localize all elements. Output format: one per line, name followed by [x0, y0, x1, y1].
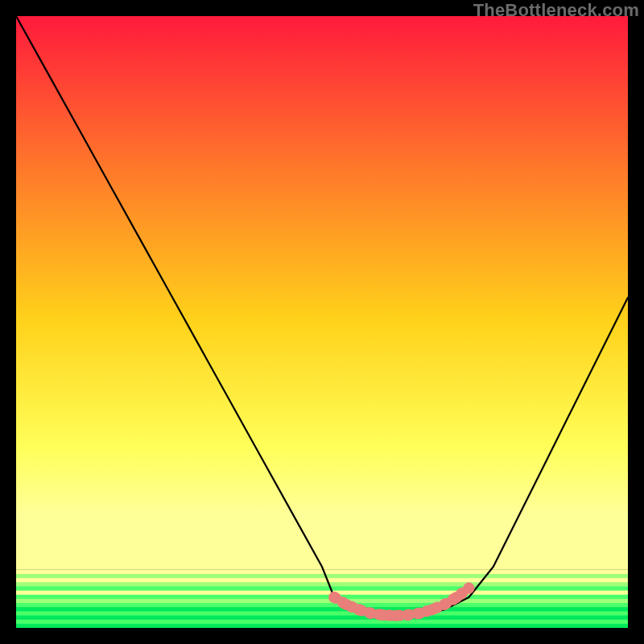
highlight-dot — [427, 604, 438, 615]
highlight-dot — [365, 608, 377, 619]
band-stripe — [16, 620, 628, 625]
band-stripe — [16, 574, 628, 579]
band-stripe — [16, 611, 628, 616]
band-stripe — [16, 586, 628, 591]
plot-area — [16, 16, 628, 628]
band-stripe — [16, 578, 628, 583]
chart-svg — [16, 16, 628, 628]
highlight-dot — [328, 592, 340, 603]
highlight-dot — [439, 599, 450, 610]
band-stripe — [16, 603, 628, 608]
band-stripe — [16, 595, 628, 600]
highlight-dot — [378, 609, 389, 621]
highlight-dot — [390, 610, 401, 621]
band-stripe — [16, 607, 628, 612]
gradient-background — [16, 16, 628, 570]
highlight-dot — [415, 608, 426, 619]
highlight-dot — [463, 583, 474, 594]
band-stripe — [16, 570, 628, 575]
highlight-dot — [402, 609, 413, 621]
highlight-dot — [353, 604, 365, 615]
band-stripe — [16, 599, 628, 604]
band-stripe — [16, 624, 628, 628]
highlight-dot — [451, 592, 462, 603]
band-stripe — [16, 616, 628, 621]
band-stripe — [16, 582, 628, 587]
chart-frame: TheBottleneck.com — [0, 0, 644, 644]
highlight-dot — [341, 599, 352, 610]
band-stripe — [16, 591, 628, 596]
